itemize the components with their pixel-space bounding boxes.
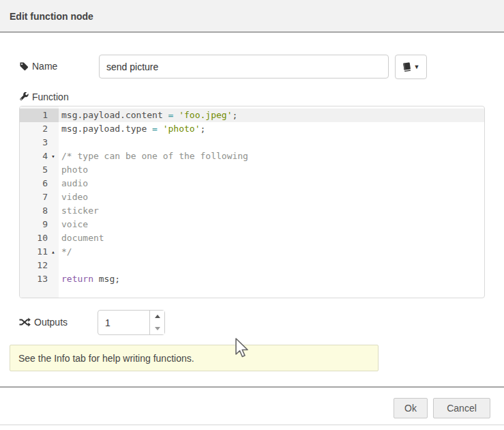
code-line[interactable]: msg.payload.type = 'photo'; — [59, 122, 484, 136]
function-label: Function — [19, 91, 69, 103]
line-number: 10 — [20, 231, 59, 245]
code-token-string: 'foo.jpeg' — [179, 110, 232, 120]
editor-code-area[interactable]: msg.payload.content = 'foo.jpeg';msg.pay… — [59, 106, 484, 298]
spinner-up-button[interactable] — [150, 311, 164, 323]
code-token-text: msg; — [93, 274, 120, 284]
code-line[interactable]: document — [59, 231, 484, 245]
form-tip-text: See the Info tab for help writing functi… — [18, 353, 194, 364]
code-token-text: msg.payload.type — [61, 124, 152, 134]
code-line[interactable]: return msg; — [59, 272, 484, 286]
fold-open-icon[interactable]: ▾ — [49, 149, 57, 163]
code-line[interactable]: photo — [59, 163, 484, 177]
line-number: 8 — [20, 204, 59, 218]
code-line[interactable]: voice — [59, 218, 484, 231]
code-token-comment: */ — [61, 246, 72, 257]
line-number: 2 — [20, 122, 59, 136]
line-number: 3 — [20, 136, 59, 149]
dialog-bottom-border — [0, 425, 504, 425]
tag-icon — [19, 61, 29, 71]
spinner-buttons[interactable] — [149, 311, 164, 334]
code-token-comment: /* type can be one of the following — [61, 151, 248, 161]
ok-button[interactable]: Ok — [394, 398, 428, 418]
form-tip: See the Info tab for help writing functi… — [10, 345, 379, 371]
code-line[interactable]: msg.payload.content = 'foo.jpeg'; — [59, 109, 484, 122]
name-input[interactable] — [99, 55, 389, 78]
triangle-down-icon — [155, 327, 160, 330]
code-line[interactable]: sticker — [59, 204, 484, 218]
code-line[interactable] — [59, 259, 484, 272]
dialog-footer: Ok Cancel — [0, 388, 504, 425]
spinner-down-button[interactable] — [150, 323, 164, 335]
line-number: 6 — [20, 177, 59, 190]
name-label: Name — [19, 60, 57, 72]
wrench-icon — [19, 92, 29, 102]
code-token-comment: audio — [61, 178, 88, 188]
code-line[interactable]: */ — [59, 245, 484, 259]
outputs-label: Outputs — [19, 316, 68, 328]
line-number: 13 — [20, 272, 59, 286]
code-token-text: ; — [201, 124, 206, 134]
code-line[interactable] — [59, 136, 484, 149]
line-number: 11▴ — [20, 245, 59, 259]
code-token-operator: = — [152, 124, 158, 134]
cancel-button[interactable]: Cancel — [433, 398, 490, 418]
line-number: 9 — [20, 218, 59, 231]
line-number: 1 — [20, 109, 59, 122]
function-label-text: Function — [32, 91, 69, 102]
chevron-down-icon: ▼ — [414, 64, 420, 70]
line-number: 4▾ — [20, 149, 59, 163]
code-line[interactable]: /* type can be one of the following — [59, 149, 484, 163]
code-token-string: 'photo' — [163, 124, 201, 134]
line-number: 5 — [20, 163, 59, 177]
editor-gutter[interactable]: 1234▾567891011▴1213 — [20, 106, 59, 298]
code-token-text: msg.payload.content — [61, 110, 168, 120]
outputs-spinner[interactable] — [98, 310, 165, 335]
line-number: 12 — [20, 259, 59, 272]
fold-close-icon[interactable]: ▴ — [49, 245, 57, 259]
code-token-comment: sticker — [61, 205, 99, 216]
code-token-comment: photo — [61, 164, 88, 175]
outputs-label-text: Outputs — [34, 317, 68, 328]
library-button[interactable]: ▼ — [395, 55, 427, 79]
code-line[interactable]: video — [59, 190, 484, 204]
code-line[interactable]: audio — [59, 177, 484, 190]
dialog-header: Edit function node — [0, 0, 504, 33]
code-token-text: ; — [232, 110, 237, 120]
book-icon — [402, 62, 411, 72]
shuffle-icon — [19, 317, 31, 327]
code-token-comment: video — [61, 192, 88, 202]
code-token-text — [158, 124, 163, 134]
line-number: 7 — [20, 190, 59, 204]
code-token-comment: document — [61, 233, 104, 243]
code-token-keyword: return — [61, 274, 93, 284]
code-token-comment: voice — [61, 219, 88, 229]
triangle-up-icon — [155, 315, 160, 318]
code-editor[interactable]: 1234▾567891011▴1213 msg.payload.content … — [19, 106, 485, 298]
dialog-title: Edit function node — [10, 11, 93, 22]
outputs-input[interactable] — [98, 311, 157, 334]
name-label-text: Name — [32, 61, 57, 72]
